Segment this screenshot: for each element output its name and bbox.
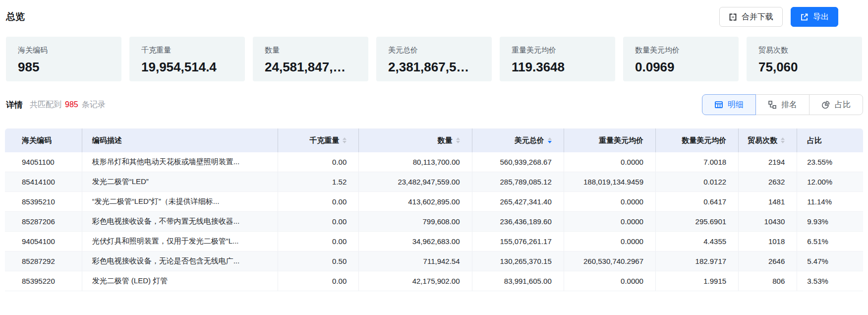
table-header-row: 海关编码编码描述千克重量数量美元总价重量美元均价数量美元均价贸易次数占比 xyxy=(5,128,863,152)
table-cell: 130,265,370.15 xyxy=(472,252,564,271)
column-header-label: 千克重量 xyxy=(309,136,339,145)
table-cell: “发光二极管“LED”灯”（未提供详细标... xyxy=(82,192,278,212)
sort-down-icon[interactable] xyxy=(781,141,785,143)
table-cell: 5.47% xyxy=(797,252,863,271)
export-button[interactable]: 导出 xyxy=(791,7,838,27)
column-header-label: 数量 xyxy=(438,136,453,145)
table-cell: 0.00 xyxy=(278,152,359,172)
table-cell: 85287292 xyxy=(5,252,82,271)
sort-down-icon[interactable] xyxy=(343,141,347,143)
table-cell: 发光二极管 (LED) 灯管 xyxy=(82,271,278,291)
stat-label: 千克重量 xyxy=(141,46,237,55)
table-cell: 1.52 xyxy=(278,172,359,192)
table-icon xyxy=(714,100,723,109)
stat-card: 数量美元均价0.0969 xyxy=(623,37,739,81)
column-header-quantity[interactable]: 数量 xyxy=(359,128,472,152)
table-cell: 85414100 xyxy=(5,172,82,192)
stat-value: 24,581,847,… xyxy=(265,60,360,75)
table-cell: 发光二极管“LED” xyxy=(82,172,278,192)
table-cell: 2194 xyxy=(739,152,797,172)
sort-down-icon[interactable] xyxy=(456,141,460,143)
details-table-wrap: 海关编码编码描述千克重量数量美元总价重量美元均价数量美元均价贸易次数占比9405… xyxy=(5,128,863,291)
stat-card: 美元总价2,381,867,5… xyxy=(376,37,492,81)
pie-chart-icon xyxy=(821,100,830,109)
tab-detail[interactable]: 明细 xyxy=(702,94,756,115)
table-cell: 12.00% xyxy=(797,172,863,192)
sort-up-icon[interactable] xyxy=(456,137,460,140)
table-cell: 711,942.54 xyxy=(359,252,472,271)
table-cell: 80,113,700.00 xyxy=(359,152,472,172)
column-header-share: 占比 xyxy=(797,128,863,152)
column-header-usd-avg-by-qty: 数量美元均价 xyxy=(655,128,738,152)
stat-card: 贸易次数75,060 xyxy=(747,37,862,81)
sorter[interactable] xyxy=(343,137,347,143)
table-cell: 0.0000 xyxy=(564,212,655,232)
table-cell: 560,939,268.67 xyxy=(472,152,564,172)
merge-download-button[interactable]: 合并下载 xyxy=(719,7,783,27)
table-cell: 94051100 xyxy=(5,152,82,172)
table-cell: 10430 xyxy=(739,212,797,232)
sorter[interactable] xyxy=(781,137,785,143)
section-title: 详情 xyxy=(6,99,23,111)
tab-label: 明细 xyxy=(728,100,744,110)
top-bar: 总览 合并下载 导出 xyxy=(0,0,868,27)
tab-ranking[interactable]: 排名 xyxy=(755,94,810,115)
table-cell: 9.93% xyxy=(797,212,863,232)
column-header-trade-count[interactable]: 贸易次数 xyxy=(739,128,797,152)
stat-card: 重量美元均价119.3648 xyxy=(500,37,615,81)
table-cell: 0.6417 xyxy=(655,192,738,212)
stat-card: 千克重量19,954,514.4 xyxy=(129,37,245,81)
table-cell: 2632 xyxy=(739,172,797,192)
column-header-label: 数量美元均价 xyxy=(682,136,726,145)
table-cell: 1018 xyxy=(739,232,797,252)
column-header-label: 美元总价 xyxy=(515,136,544,145)
table-cell: 155,076,261.17 xyxy=(472,232,564,252)
sorter[interactable] xyxy=(548,137,552,143)
sort-up-icon[interactable] xyxy=(548,137,552,140)
merge-download-label: 合并下载 xyxy=(742,12,773,22)
table-cell: 0.0000 xyxy=(564,271,655,291)
column-header-label: 占比 xyxy=(807,136,822,145)
sorter[interactable] xyxy=(456,137,460,143)
table-cell: 182.9717 xyxy=(655,252,738,271)
table-cell: 85287206 xyxy=(5,212,82,232)
table-cell: 42,175,902.00 xyxy=(359,271,472,291)
table-cell: 7.0018 xyxy=(655,152,738,172)
view-tabs: 明细排名占比 xyxy=(702,94,863,115)
table-cell: 彩色电视接收设备，不带内置无线电接收器... xyxy=(82,212,278,232)
table-cell: 83,991,605.00 xyxy=(472,271,564,291)
table-cell: 799,608.00 xyxy=(359,212,472,232)
table-row: 94051100枝形吊灯和其他电动天花板或墙壁照明装置...0.0080,113… xyxy=(5,152,863,172)
sort-down-icon[interactable] xyxy=(548,141,552,143)
column-header-kg-weight[interactable]: 千克重量 xyxy=(278,128,359,152)
table-row: 85287292彩色电视接收设备，无论是否包含无线电广...0.50711,94… xyxy=(5,252,863,271)
sort-up-icon[interactable] xyxy=(343,137,347,140)
table-cell: 0.0000 xyxy=(564,192,655,212)
record-count-suffix: 条记录 xyxy=(82,100,106,109)
column-header-usd-total[interactable]: 美元总价 xyxy=(472,128,564,152)
table-cell: 11.14% xyxy=(797,192,863,212)
table-cell: 0.00 xyxy=(278,271,359,291)
record-count-text: 共匹配到985条记录 xyxy=(30,100,106,110)
table-row: 85287206彩色电视接收设备，不带内置无线电接收器...0.00799,60… xyxy=(5,212,863,232)
stat-label: 数量美元均价 xyxy=(635,46,731,55)
tab-proportion[interactable]: 占比 xyxy=(809,94,863,115)
table-cell: 6.51% xyxy=(797,232,863,252)
table-cell: 0.0000 xyxy=(564,232,655,252)
table-row: 94054100光伏灯具和照明装置，仅用于发光二极管“L...0.0034,96… xyxy=(5,232,863,252)
sort-up-icon[interactable] xyxy=(781,137,785,140)
table-cell: 295.6901 xyxy=(655,212,738,232)
table-cell: 1.9915 xyxy=(655,271,738,291)
table-cell: 0.50 xyxy=(278,252,359,271)
table-cell: 3.53% xyxy=(797,271,863,291)
column-header-label: 编码描述 xyxy=(92,136,122,145)
table-cell: 23.55% xyxy=(797,152,863,172)
table-cell: 265,427,341.40 xyxy=(472,192,564,212)
column-header-customs-code: 海关编码 xyxy=(5,128,82,152)
table-cell: 34,962,683.00 xyxy=(359,232,472,252)
table-cell: 2646 xyxy=(739,252,797,271)
page-title: 总览 xyxy=(6,10,25,23)
table-cell: 彩色电视接收设备，无论是否包含无线电广... xyxy=(82,252,278,271)
table-cell: 413,602,895.00 xyxy=(359,192,472,212)
table-cell: 0.0000 xyxy=(564,152,655,172)
